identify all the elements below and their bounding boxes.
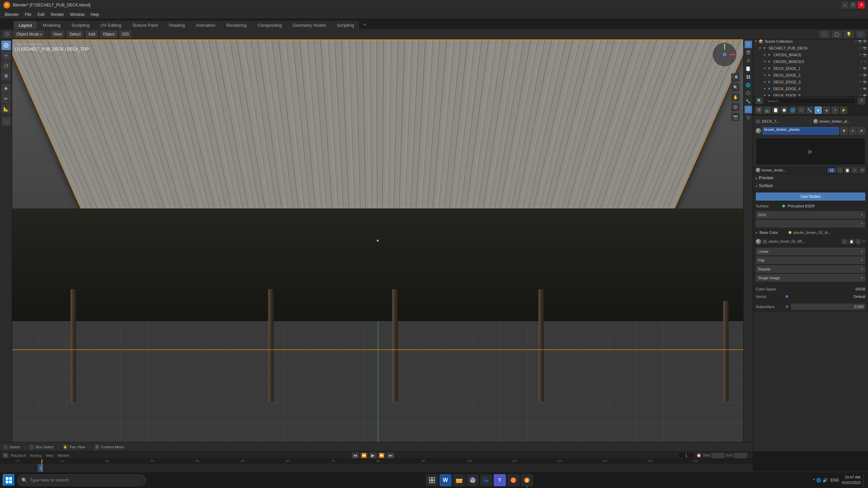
node-browse-btn[interactable]: ⬡ <box>837 167 843 173</box>
end-frame-input[interactable]: 250 <box>734 453 747 458</box>
render-props-icon[interactable]: 🎬 <box>755 106 763 114</box>
particle-props-icon[interactable]: ✦ <box>831 106 839 114</box>
timeline-icon[interactable]: ⏱ <box>3 453 8 458</box>
material-unlink-button[interactable]: ✕ <box>858 127 865 135</box>
pan-view-item[interactable]: ✋ Pan View <box>63 444 85 450</box>
viewport-shading-material[interactable]: ◯ <box>832 30 842 38</box>
tree-item-deck-edge-2[interactable]: ▼ ▼ DECK_EDGE_2 👁 📷 <box>753 72 868 79</box>
viewport-icon-btn[interactable]: ⬡ <box>3 30 12 38</box>
use-nodes-button[interactable]: Use Nodes <box>756 192 865 201</box>
camera-button[interactable]: 📷 <box>731 113 740 121</box>
tree-item-deck-edge-3[interactable]: ▼ ▼ DECK_EDGE_3 👁 📷 <box>753 79 868 85</box>
tab-texture-paint[interactable]: Texture Paint <box>127 21 163 29</box>
keying-menu[interactable]: Keying <box>29 453 43 458</box>
viewport-shading-rendered[interactable]: 💡 <box>844 30 854 38</box>
repeat-dropdown[interactable]: Repeat ▾ <box>756 265 865 273</box>
jump-to-end-btn[interactable]: ⏭ <box>387 452 394 459</box>
material-properties-icon[interactable] <box>745 106 752 113</box>
menu-edit[interactable]: Edit <box>35 12 47 18</box>
next-frame-btn[interactable]: ⏩ <box>378 452 386 459</box>
texture-copy-btn[interactable]: 📋 <box>849 239 854 244</box>
tab-shading[interactable]: Shading <box>164 21 190 29</box>
taskbar-task-view[interactable] <box>426 474 438 486</box>
gis-menu[interactable]: GIS <box>119 30 132 38</box>
view-menu[interactable]: View <box>51 30 65 38</box>
data-properties-icon[interactable] <box>745 114 752 121</box>
viewport[interactable]: User Perspective (1) SECHELT_PUB_DECK | … <box>12 39 743 442</box>
tray-sound-icon[interactable]: 🔊 <box>823 478 828 483</box>
pan-button[interactable]: ✋ <box>731 93 740 102</box>
box-select-item[interactable]: ⬚ Box Select <box>29 444 54 450</box>
tree-item-deck-edge-4[interactable]: ▼ ▼ DECK_EDGE_4 👁 📷 <box>753 85 868 92</box>
physics-props-icon[interactable]: ⚡ <box>840 106 847 114</box>
close-button[interactable]: ✕ <box>858 2 865 8</box>
material-add-button[interactable]: + <box>849 127 856 135</box>
viewport-shading-wireframe[interactable]: ⬚ <box>856 30 865 38</box>
language-indicator[interactable]: ENG <box>830 478 839 483</box>
tree-item-cross-brace[interactable]: ▼ ▼ CROSS_BRACE 👁 📷 <box>753 52 868 58</box>
minimize-button[interactable]: ─ <box>842 2 848 8</box>
render-properties-icon[interactable]: 🎬 <box>745 49 752 56</box>
select-mode-item[interactable]: ○ Select <box>3 444 20 450</box>
tab-scripting[interactable]: Scripting <box>332 21 359 29</box>
material-name-field[interactable]: brown_timber_planks <box>763 127 839 135</box>
node-filter-btn[interactable]: ⚗ <box>859 167 865 173</box>
ggx-dropdown[interactable]: GGX ▾ <box>756 211 865 219</box>
taskbar-clock[interactable]: 10:47 AM 01/01/2023 <box>842 475 861 485</box>
jump-to-start-btn[interactable]: ⏮ <box>352 452 359 459</box>
add-cube-tool[interactable]: ⬛ <box>1 117 11 126</box>
subsurface-value[interactable]: 0.000 <box>791 304 865 310</box>
taskbar-edge[interactable] <box>480 474 492 486</box>
measure-tool[interactable]: 📐 <box>1 104 11 114</box>
tab-uv-editing[interactable]: UV Editing <box>95 21 126 29</box>
second-dropdown[interactable]: ▾ <box>756 220 865 227</box>
scene-properties-icon[interactable] <box>745 41 752 48</box>
tree-item-sechelt[interactable]: ▼ ▼ SECHELT_PUB_DECK 👁 📷 <box>753 45 868 52</box>
world-properties-icon[interactable]: 🌐 <box>745 81 752 89</box>
output-properties-icon[interactable]: 🖥 <box>745 57 752 64</box>
zoom-in-button[interactable]: 🔎 <box>731 73 740 82</box>
timeline-view-menu[interactable]: View <box>44 453 55 458</box>
select-menu[interactable]: Select <box>66 30 83 38</box>
playback-menu[interactable]: Playback <box>9 453 27 458</box>
props-filter-icon[interactable]: ⚗ <box>858 97 865 105</box>
linear-dropdown[interactable]: Linear ▾ <box>756 248 865 255</box>
taskbar-teams[interactable]: T <box>494 474 506 486</box>
node-copy-btn[interactable]: 📋 <box>844 167 850 173</box>
marker-menu[interactable]: Marker <box>56 453 71 458</box>
node-unlink-btn[interactable]: ✕ <box>852 167 858 173</box>
single-image-dropdown[interactable]: Single Image ▾ <box>756 274 865 282</box>
frame-clock-icon[interactable]: ⏰ <box>696 453 702 458</box>
tree-item-deck-edge-1[interactable]: ▼ ▼ DECK_EDGE_1 👁 📷 <box>753 65 868 72</box>
navigation-gizmo[interactable]: X Y <box>713 43 740 70</box>
start-frame-input[interactable]: 1 <box>711 453 725 458</box>
modifier-props-icon[interactable]: 🔧 <box>806 106 813 114</box>
tab-layout[interactable]: Layout <box>14 21 37 29</box>
flat-dropdown[interactable]: Flat ▾ <box>756 257 865 264</box>
texture-new-btn[interactable]: + <box>855 239 861 244</box>
prev-frame-btn[interactable]: ⏪ <box>360 452 368 459</box>
tab-rendering[interactable]: Rendering <box>221 21 252 29</box>
menu-blender[interactable]: Blender <box>2 12 21 18</box>
taskbar-blender[interactable]: B <box>521 474 533 486</box>
material-props-icon-btn[interactable]: ● <box>814 106 822 114</box>
scene-settings-icon[interactable]: 🔲 <box>781 106 788 114</box>
taskbar-firefox[interactable] <box>507 474 519 486</box>
scene-props-icon[interactable] <box>745 73 752 81</box>
surface-section-header[interactable]: ▾ Surface <box>753 182 868 190</box>
nav-circle[interactable]: X Y <box>713 43 736 66</box>
props-search-input[interactable] <box>765 98 856 104</box>
timeline-scrubber[interactable]: -10 1 10 20 30 40 50 60 70 80 90 100 110… <box>0 459 753 472</box>
modifier-properties-icon[interactable]: 🔧 <box>745 98 752 105</box>
tray-network-icon[interactable]: 🌐 <box>816 478 821 483</box>
object-mode-dropdown[interactable]: Object Mode <box>14 30 45 38</box>
scale-tool[interactable] <box>1 71 11 81</box>
viewport-shading-solid[interactable]: ⬛ <box>819 30 830 38</box>
tree-item-deck-edge-5[interactable]: ▼ ▼ DECK_EDGE_5 👁 📷 <box>753 92 868 97</box>
maximize-button[interactable]: ☐ <box>850 2 856 8</box>
menu-render[interactable]: Render <box>48 12 66 18</box>
tray-chevron[interactable]: ^ <box>813 478 815 483</box>
menu-window[interactable]: Window <box>67 12 87 18</box>
timeline-playhead[interactable] <box>41 459 42 472</box>
add-workspace-button[interactable]: + <box>360 20 370 29</box>
